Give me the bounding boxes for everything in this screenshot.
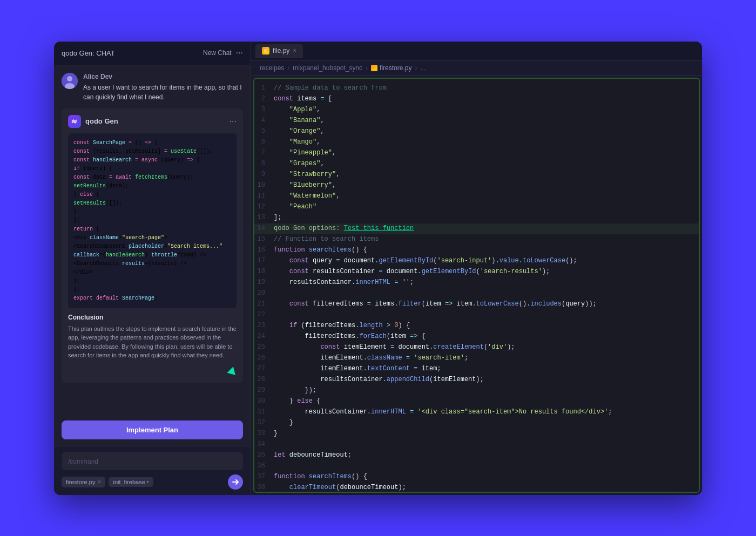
- breadcrumb-sync: mixpanel_hubspot_sync: [293, 64, 362, 72]
- test-function-link[interactable]: Test this function: [344, 225, 414, 232]
- header-dots-icon[interactable]: ···: [236, 48, 243, 58]
- chat-content: Alice Dev As a user I want to search for…: [54, 65, 251, 420]
- code-line-8: 8 "Grapes",: [254, 159, 699, 169]
- user-name: Alice Dev: [83, 73, 243, 80]
- svg-rect-5: [372, 66, 376, 70]
- cursor-icon: [227, 365, 237, 375]
- ai-response-header: qodo Gen ···: [68, 115, 237, 128]
- breadcrumb-sep-3: ›: [415, 64, 417, 72]
- ai-response: qodo Gen ··· const SearchPage = () => { …: [62, 108, 243, 383]
- command-input-box[interactable]: /command: [62, 452, 243, 470]
- code-line-15: 15 // Function to search items: [254, 234, 699, 245]
- user-message: Alice Dev As a user I want to search for…: [62, 73, 243, 102]
- code-line-25: 25 const itemElement = document.createEl…: [254, 342, 699, 353]
- conclusion-section: Conclusion This plan outlines the steps …: [68, 314, 237, 376]
- code-line-12: 12 "Peach": [254, 202, 699, 213]
- code-line-19: 19 resultsContainer.innerHTML = '';: [254, 277, 699, 288]
- send-button[interactable]: [228, 474, 243, 490]
- code-line-10: 10 "Blueberry",: [254, 180, 699, 191]
- tag-firestore: firestore.py ×: [62, 477, 105, 487]
- code-line-3: 3 "Apple",: [254, 105, 699, 116]
- code-line-20: 20: [254, 288, 699, 299]
- breadcrumb-file: firestore.py: [371, 64, 411, 72]
- implement-plan-button[interactable]: Implement Plan: [62, 420, 243, 439]
- ai-brand: qodo Gen: [68, 115, 118, 128]
- file-tab[interactable]: file.py ×: [255, 44, 303, 58]
- code-line-27: 27 itemElement.textContent = item;: [254, 364, 699, 375]
- code-line-35: 35 let debounceTimeout;: [254, 450, 699, 461]
- code-line-26: 26 itemElement.className = 'search-item'…: [254, 353, 699, 364]
- breadcrumb-file-icon: [371, 65, 377, 71]
- code-line-29: 29 });: [254, 385, 699, 396]
- code-line-23: 23 if (filteredItems.length > 0) {: [254, 321, 699, 331]
- avatar: [62, 73, 78, 89]
- ai-response-dots-icon[interactable]: ···: [230, 117, 237, 126]
- code-line-34: 34: [254, 439, 699, 450]
- user-text: As a user I want to search for items in …: [83, 83, 243, 102]
- conclusion-title: Conclusion: [68, 314, 237, 321]
- code-line-31: 31 resultsContainer.innerHTML = '<div cl…: [254, 407, 699, 418]
- code-editor[interactable]: 1 // Sample data to search from 2 const …: [253, 78, 700, 493]
- new-chat-button[interactable]: New Chat: [203, 49, 232, 57]
- code-line-21: 21 const filteredItems = items.filter(it…: [254, 299, 699, 310]
- code-line-38: 38 clearTimeout(debounceTimeout);: [254, 483, 699, 493]
- file-tab-label: file.py: [273, 47, 289, 55]
- code-line-5: 5 "Orange",: [254, 126, 699, 137]
- left-panel: qodo Gen: CHAT New Chat ··· Alice Dev: [54, 42, 251, 495]
- input-tags-row: firestore.py × init_firebase ▾: [62, 474, 243, 490]
- file-tab-icon: [262, 47, 269, 55]
- left-panel-header: qodo Gen: CHAT New Chat ···: [54, 42, 251, 65]
- code-line-6: 6 "Mango",: [254, 137, 699, 148]
- tab-close-icon[interactable]: ×: [293, 47, 296, 55]
- code-line-30: 30 } else {: [254, 396, 699, 407]
- code-line-36: 36: [254, 461, 699, 472]
- ai-code-block: const SearchPage = () => { const [result…: [68, 133, 237, 308]
- code-line-33: 33 }: [254, 429, 699, 439]
- code-line-7: 7 "Pineapple",: [254, 148, 699, 159]
- code-line-2: 2 const items = [: [254, 94, 699, 105]
- code-line-13: 13 ];: [254, 213, 699, 223]
- command-placeholder: /command: [68, 458, 98, 465]
- breadcrumb-receipes: receipes: [260, 64, 284, 72]
- tag-init-firebase-label: init_firebase: [113, 479, 145, 485]
- code-line-17: 17 const query = document.getElementById…: [254, 256, 699, 267]
- ai-logo-icon: [68, 115, 81, 128]
- code-line-1: 1 // Sample data to search from: [254, 83, 699, 94]
- chevron-down-icon: ▾: [146, 479, 149, 485]
- conclusion-text: This plan outlines the steps to implemen…: [68, 324, 237, 360]
- code-line-11: 11 "Watermelon",: [254, 191, 699, 202]
- user-message-body: Alice Dev As a user I want to search for…: [83, 73, 243, 102]
- tag-firestore-label: firestore.py: [66, 479, 95, 485]
- tag-firestore-close-icon[interactable]: ×: [97, 478, 101, 486]
- code-line-4: 4 "Banana",: [254, 116, 699, 126]
- code-line-22: 22: [254, 310, 699, 321]
- code-line-24: 24 filteredItems.forEach(item => {: [254, 331, 699, 342]
- chat-title: qodo Gen: CHAT: [62, 49, 115, 57]
- code-line-14: 14 qodo Gen options: Test this function: [254, 223, 699, 234]
- header-actions: New Chat ···: [203, 48, 243, 58]
- code-line-37: 37 function searchItems() {: [254, 472, 699, 483]
- code-line-32: 32 }: [254, 418, 699, 429]
- input-area: /command firestore.py × init_firebase ▾: [54, 446, 251, 495]
- code-line-18: 18 const resultsContainer = document.get…: [254, 267, 699, 277]
- svg-point-1: [67, 76, 72, 82]
- breadcrumb-sep-2: ›: [366, 64, 368, 72]
- editor-tabs: file.py ×: [251, 42, 702, 61]
- code-line-16: 16 function searchItems() {: [254, 245, 699, 256]
- app-container: qodo Gen: CHAT New Chat ··· Alice Dev: [54, 42, 702, 495]
- breadcrumb-sep-1: ›: [287, 64, 289, 72]
- ai-name: qodo Gen: [85, 117, 118, 125]
- breadcrumb-ellipsis: ...: [420, 64, 426, 72]
- code-line-28: 28 resultsContainer.appendChild(itemElem…: [254, 375, 699, 385]
- breadcrumb: receipes › mixpanel_hubspot_sync › fires…: [251, 61, 702, 76]
- tag-init-firebase[interactable]: init_firebase ▾: [109, 477, 153, 487]
- right-panel: file.py × receipes › mixpanel_hubspot_sy…: [251, 42, 702, 495]
- code-line-9: 9 "Strawberry",: [254, 169, 699, 180]
